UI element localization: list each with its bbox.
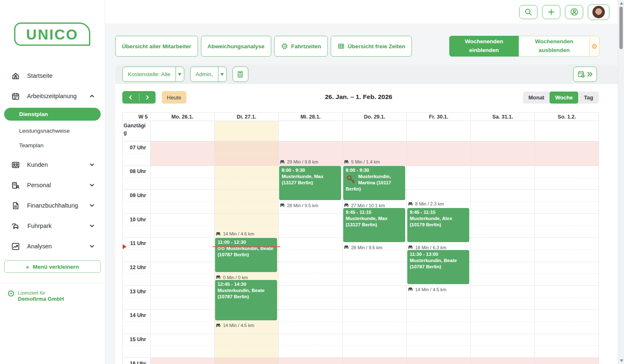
day-header[interactable]: Mo. 26.1. bbox=[150, 113, 214, 121]
uebersicht-mitarbeiter-button[interactable]: Übersicht aller Mitarbeiter bbox=[115, 36, 198, 57]
view-option-monat[interactable]: Monat bbox=[523, 92, 550, 104]
license-prefix: Lizenziert für bbox=[18, 290, 64, 296]
day-column[interactable] bbox=[535, 141, 599, 364]
svg-text:AI: AI bbox=[283, 45, 286, 47]
chevron-down-icon bbox=[89, 243, 95, 249]
car-icon bbox=[408, 287, 413, 292]
uebersicht-freie-zeiten-button[interactable]: Übersicht freie Zeiten bbox=[331, 36, 412, 57]
sidebar-item-finanzbuchhaltung[interactable]: Finanzbuchhaltung bbox=[0, 197, 105, 214]
sidebar-item-leistungsnachweise[interactable]: Leistungsnachweise bbox=[0, 124, 105, 138]
day-column[interactable]: 14 Min / 4.6 km11:00 - 12:30Musterkundin… bbox=[214, 141, 278, 364]
sidebar-item-label: Teamplan bbox=[19, 142, 44, 149]
sidebar-item-label: Arbeitszeitplanung bbox=[27, 93, 82, 99]
sidebar-item-startseite[interactable]: Startseite bbox=[0, 67, 105, 84]
hour-label: 07 Uhr bbox=[123, 141, 146, 154]
day-column[interactable]: 8 Min / 2.3 km9:45 - 11:15Musterkunde, A… bbox=[406, 141, 470, 364]
day-header[interactable]: Fr. 30.1. bbox=[406, 113, 470, 121]
cost-center-dropdown-button[interactable] bbox=[176, 67, 184, 82]
quick-add-appointment-button[interactable] bbox=[573, 67, 597, 82]
cost-center-value[interactable]: Kostenstelle: Alle bbox=[122, 67, 176, 82]
fahrtzeiten-button[interactable]: AI Fahrtzeiten bbox=[274, 36, 328, 57]
add-button[interactable] bbox=[542, 5, 560, 19]
allday-cell[interactable] bbox=[342, 121, 406, 141]
search-button[interactable] bbox=[519, 5, 537, 19]
travel-time-label: 8 Min / 2.3 km bbox=[408, 201, 444, 207]
allday-cell[interactable] bbox=[535, 121, 599, 141]
account-button[interactable] bbox=[565, 5, 583, 19]
calculator-button[interactable] bbox=[233, 67, 248, 82]
day-column[interactable]: 5 Min / 1.4 km8:00 - 9:30Musterkundin, M… bbox=[342, 141, 406, 364]
sidebar-item-fuhrpark[interactable]: Fuhrpark bbox=[0, 217, 105, 235]
chevrons-right-icon bbox=[587, 72, 593, 77]
travel-time-label: 28 Min / 9.5 km bbox=[344, 245, 382, 250]
day-header[interactable]: Sa. 31.1. bbox=[470, 113, 535, 121]
scroll-down-arrow-icon[interactable] bbox=[620, 359, 623, 362]
day-column[interactable] bbox=[150, 141, 214, 364]
unico-logo[interactable]: UNICO bbox=[14, 22, 90, 46]
travel-time-label: 18 Min / 6.3 km bbox=[408, 245, 446, 250]
day-column[interactable] bbox=[470, 141, 535, 364]
event-title: Musterkunde, Max (13127 Berlin) bbox=[282, 173, 339, 186]
sidebar-item-personal[interactable]: Personal bbox=[0, 176, 105, 194]
sidebar-item-label: Fuhrpark bbox=[27, 223, 82, 229]
event-time: 8:00 - 9:30 bbox=[346, 167, 403, 173]
view-option-tag[interactable]: Tag bbox=[578, 92, 599, 104]
day-column[interactable]: 29 Min / 9.8 km8:00 - 9:30Musterkunde, M… bbox=[278, 141, 342, 364]
calendar-event[interactable]: 8:00 - 9:30Musterkunde, Max (13127 Berli… bbox=[279, 166, 341, 201]
chevron-down-icon bbox=[89, 182, 95, 188]
car-icon bbox=[408, 245, 413, 250]
travel-time-label: 27 Min / 10.1 km bbox=[344, 203, 385, 208]
sidebar-divider bbox=[0, 283, 105, 283]
calendar-event[interactable]: 9:45 - 11:15Musterkunde, Alex (10179 Ber… bbox=[407, 208, 469, 243]
settings-button[interactable]: ⚙ bbox=[589, 36, 599, 57]
view-option-woche[interactable]: Woche bbox=[550, 92, 578, 104]
calendar-event[interactable]: 11:00 - 12:30Musterkundin, Beate (10787 … bbox=[215, 238, 277, 272]
employee-dropdown-button[interactable] bbox=[218, 67, 227, 82]
license-info: Lizenziert für Demofirma GmbH bbox=[7, 290, 105, 303]
logo-text: UNICO bbox=[26, 27, 78, 42]
travel-time-label: 14 Min / 4.5 km bbox=[215, 323, 254, 328]
week-number-label: W 5 bbox=[123, 113, 150, 121]
scroll-up-arrow-icon[interactable] bbox=[620, 2, 623, 5]
car-icon bbox=[280, 160, 285, 164]
allday-cell[interactable] bbox=[214, 121, 278, 141]
event-title: Musterkunde, Max (13127 Berlin) bbox=[346, 215, 403, 228]
sidebar-item-dienstplan[interactable]: Dienstplan bbox=[4, 108, 101, 121]
scrollbar-thumb[interactable] bbox=[619, 7, 623, 49]
sidebar-item-analysen[interactable]: Analysen bbox=[0, 238, 105, 255]
sidebar-item-label: Startseite bbox=[27, 72, 95, 79]
sidebar-item-teamplan[interactable]: Teamplan bbox=[0, 138, 105, 153]
day-header[interactable]: Do. 29.1. bbox=[342, 113, 406, 121]
search-icon bbox=[524, 8, 532, 16]
weekend-show-label: Wochenenden bbox=[465, 37, 503, 46]
weekend-toggle-group: Wochenenden einblenden Wochenenden ausbl… bbox=[449, 36, 599, 57]
key-icon bbox=[346, 174, 356, 185]
button-label: Übersicht freie Zeiten bbox=[348, 43, 405, 50]
allday-cell[interactable] bbox=[470, 121, 535, 141]
sidebar-item-kunden[interactable]: Kunden bbox=[0, 156, 105, 173]
chevron-down-icon bbox=[89, 223, 95, 229]
abweichungsanalyse-button[interactable]: Abweichungsanalyse bbox=[201, 36, 271, 57]
day-header[interactable]: Mi. 28.1. bbox=[278, 113, 342, 121]
current-time-line bbox=[213, 246, 280, 247]
collapse-menu-button[interactable]: « Menü verkleinern bbox=[4, 260, 101, 273]
profile-button[interactable] bbox=[588, 4, 609, 20]
sidebar-item-arbeitszeitplanung[interactable]: Arbeitszeitplanung bbox=[0, 87, 105, 105]
button-label: Fahrtzeiten bbox=[291, 43, 321, 50]
car-icon bbox=[408, 202, 413, 206]
allday-cell[interactable] bbox=[278, 121, 342, 141]
calendar-event[interactable]: 9:45 - 11:15Musterkunde, Max (13127 Berl… bbox=[343, 208, 405, 243]
weekend-show-button[interactable]: Wochenenden einblenden bbox=[449, 36, 519, 57]
hour-label: 16 Uhr bbox=[123, 357, 146, 364]
day-header[interactable]: So. 1.2. bbox=[535, 113, 599, 121]
car-icon bbox=[215, 275, 221, 280]
allday-cell[interactable] bbox=[150, 121, 214, 141]
day-header[interactable]: Di. 27.1. bbox=[214, 113, 278, 121]
calendar-event[interactable]: 12:45 - 14:30Musterkundin, Beate (10787 … bbox=[215, 280, 277, 320]
page-scrollbar[interactable] bbox=[618, 0, 624, 364]
employee-value[interactable]: Admin, bbox=[190, 67, 218, 82]
allday-cell[interactable] bbox=[406, 121, 470, 141]
calendar-event[interactable]: 8:00 - 9:30Musterkundin, Martina (10117 … bbox=[343, 166, 405, 201]
calendar-event[interactable]: 11:30 - 13:00Musterkundin, Beate (10787 … bbox=[407, 250, 469, 285]
weekend-hide-button[interactable]: Wochenenden ausblenden bbox=[519, 36, 589, 57]
